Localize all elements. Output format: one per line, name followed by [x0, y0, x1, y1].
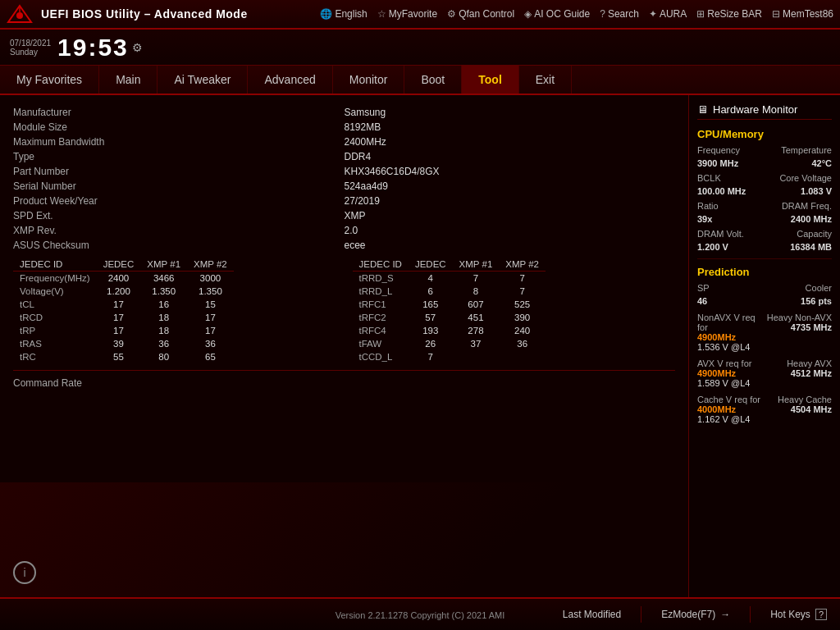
command-rate-row: Command Rate — [13, 370, 675, 389]
monitor-icon: 🖥 — [697, 103, 708, 116]
spd-right-xmp2-2: 525 — [499, 298, 546, 311]
header-nav-qfan[interactable]: ⚙ Qfan Control — [447, 8, 514, 20]
spd-left-row-3: tRCD 17 18 17 — [13, 311, 234, 324]
tab-main[interactable]: Main — [99, 66, 158, 94]
spd-right-xmp2-6 — [499, 350, 546, 363]
module-size-label: Module Size — [13, 120, 194, 135]
spd-right-label-3: tRFC2 — [353, 311, 409, 324]
header-nav-search[interactable]: ? Search — [600, 8, 639, 20]
spd-left-xmp2-0: 3000 — [187, 272, 234, 285]
manufacturer-label: Manufacturer — [13, 105, 194, 120]
temperature-value: 42°C — [811, 158, 832, 168]
ratio-value: 39x — [697, 214, 712, 224]
spd-left-jedec-1: 1.200 — [97, 285, 141, 298]
spd-left-xmp1-6: 80 — [140, 350, 187, 363]
header-nav-english[interactable]: 🌐 English — [320, 8, 367, 20]
pred-right-0: Heavy Non-AVX 4735 MHz — [765, 313, 832, 332]
spd-right-label-1: tRRD_L — [353, 285, 409, 298]
svg-point-1 — [16, 12, 23, 19]
spd-right-label-5: tFAW — [353, 337, 409, 350]
serial-number-label: Serial Number — [13, 179, 194, 194]
time-bar: 07/18/2021 Sunday 19:53 ⚙ — [0, 30, 840, 66]
tab-exit[interactable]: Exit — [519, 66, 572, 94]
dram-volt-values-row: 1.200 V 16384 MB — [697, 242, 832, 252]
col-jedec-left: JEDEC — [97, 258, 141, 272]
spd-ext-value: XMP — [345, 208, 525, 223]
module-size-value: 8192MB — [345, 120, 525, 135]
bottom-divider-1 — [641, 606, 641, 623]
max-bandwidth-label: Maximum Bandwidth — [13, 135, 194, 149]
ai-icon: ◈ — [524, 8, 532, 20]
header-nav-aioc[interactable]: ◈ AI OC Guide — [524, 8, 590, 20]
clock-settings-icon[interactable]: ⚙ — [132, 41, 143, 54]
col-xmp1-right: XMP #1 — [453, 258, 500, 272]
bclk-label: BCLK — [697, 173, 721, 183]
prediction-block-2: Cache V req for 4000MHz 1.162 V @L4 Heav… — [697, 395, 832, 424]
header-nav-aura[interactable]: ✦ AURA — [649, 8, 687, 20]
prediction-title: Prediction — [697, 266, 832, 278]
max-bandwidth-value: 2400MHz — [345, 135, 525, 149]
spd-right-label-2: tRFC1 — [353, 298, 409, 311]
spd-left-table: JEDEC ID JEDEC XMP #1 XMP #2 Frequency(M… — [13, 258, 234, 363]
cpu-memory-title: CPU/Memory — [697, 128, 832, 140]
command-rate-label: Command Rate — [13, 377, 82, 389]
spd-left-xmp1-5: 36 — [140, 337, 187, 350]
tab-advanced[interactable]: Advanced — [248, 66, 332, 94]
spd-right-row-4: tRFC4 193 278 240 — [353, 324, 546, 337]
globe-icon: 🌐 — [320, 8, 332, 20]
spd-right-xmp1-3: 451 — [453, 311, 500, 324]
pred-left-0: NonAVX V req for 4900MHz 1.536 V @L4 — [697, 313, 765, 352]
product-week-label: Product Week/Year — [13, 194, 194, 208]
spd-left-xmp1-1: 1.350 — [140, 285, 187, 298]
spd-left-label-6: tRC — [13, 350, 97, 363]
hot-keys-button[interactable]: Hot Keys ? — [770, 609, 827, 620]
predictions-container: NonAVX V req for 4900MHz 1.536 V @L4 Hea… — [697, 313, 832, 424]
dram-volt-label: DRAM Volt. — [697, 229, 744, 239]
spd-left-xmp2-5: 36 — [187, 337, 234, 350]
spd-table-container: JEDEC ID JEDEC XMP #1 XMP #2 Frequency(M… — [13, 258, 675, 363]
spd-right-label-6: tCCD_L — [353, 350, 409, 363]
search-icon: ? — [600, 8, 605, 20]
tab-tool[interactable]: Tool — [462, 66, 519, 94]
last-modified-button[interactable]: Last Modified — [563, 609, 621, 620]
hw-divider — [697, 258, 832, 259]
header-nav-memtest[interactable]: ⊟ MemTest86 — [772, 8, 833, 20]
spd-right-jedec-3: 57 — [409, 311, 453, 324]
spd-left-row-2: tCL 17 16 15 — [13, 298, 234, 311]
sp-value: 46 — [697, 296, 707, 306]
tab-ai-tweaker[interactable]: Ai Tweaker — [158, 66, 248, 94]
spd-right-jedec-2: 165 — [409, 298, 453, 311]
sp-label: SP — [697, 283, 710, 293]
serial-number-value: 524aa4d9 — [345, 179, 525, 194]
info-icon[interactable]: i — [13, 561, 36, 584]
spd-right-xmp1-2: 607 — [453, 298, 500, 311]
manufacturer-value: Samsung — [345, 105, 525, 120]
tab-my-favorites[interactable]: My Favorites — [0, 66, 99, 94]
hw-monitor-sidebar: 🖥 Hardware Monitor CPU/Memory Frequency … — [688, 95, 840, 597]
part-number-label: Part Number — [13, 164, 194, 179]
prediction-block-0: NonAVX V req for 4900MHz 1.536 V @L4 Hea… — [697, 313, 832, 352]
xmp-rev-label: XMP Rev. — [13, 223, 194, 238]
spd-right-row-6: tCCD_L 7 — [353, 350, 546, 363]
tab-boot[interactable]: Boot — [404, 66, 462, 94]
col-jedec-right: JEDEC — [409, 258, 453, 272]
app-title: UEFI BIOS Utility – Advanced Mode — [41, 7, 315, 21]
ez-mode-icon: → — [720, 609, 730, 620]
spd-right-xmp2-4: 240 — [499, 324, 546, 337]
header-nav-myfavorite[interactable]: ☆ MyFavorite — [377, 8, 437, 20]
spd-left-row-4: tRP 17 18 17 — [13, 324, 234, 337]
tab-monitor[interactable]: Monitor — [333, 66, 405, 94]
spd-right-label-0: tRRD_S — [353, 272, 409, 285]
hot-keys-icon: ? — [815, 609, 827, 620]
spd-left-jedec-3: 17 — [97, 311, 141, 324]
dram-volt-row: DRAM Volt. Capacity — [697, 229, 832, 239]
spd-ext-label: SPD Ext. — [13, 208, 194, 223]
pred-left-1: AVX V req for 4900MHz 1.589 V @L4 — [697, 358, 765, 388]
cooler-value: 156 pts — [801, 296, 832, 306]
header-nav-resizebar[interactable]: ⊞ ReSize BAR — [696, 8, 762, 20]
spd-left-label-0: Frequency(MHz) — [13, 272, 97, 285]
spd-right-xmp2-5: 36 — [499, 337, 546, 350]
spd-left-row-6: tRC 55 80 65 — [13, 350, 234, 363]
ez-mode-button[interactable]: EzMode(F7) → — [661, 609, 730, 620]
spd-right-jedec-4: 193 — [409, 324, 453, 337]
